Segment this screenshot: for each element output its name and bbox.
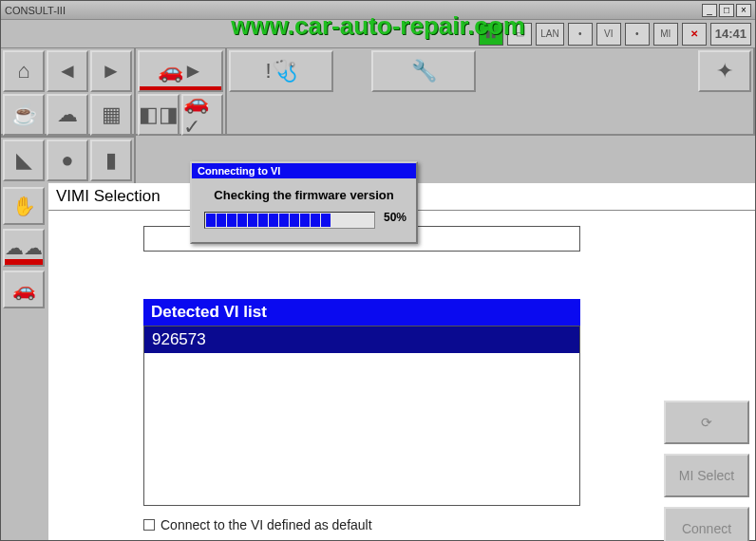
forward-button[interactable]: ► [90,50,132,92]
mi-status: MI [653,23,678,46]
print-button[interactable]: ▦ [90,94,132,136]
coffee-icon[interactable]: ☕ [3,94,45,136]
action-buttons: ⟳ MI Select Connect [664,401,749,541]
dialog-title: Connecting to VI [192,163,416,178]
app-window: CONSULT-III _ □ × ▮▮ ▭ LAN • VI • MI ✕ 1… [0,0,756,541]
clock: 14:41 [710,23,751,46]
progress-row: 50% [201,202,406,233]
group-icon[interactable]: ◧◨ [138,94,180,136]
cloud-icon[interactable]: ☁ [47,94,88,136]
battery-icon: ▭ [507,23,532,46]
toolbar-spacer: !🩺 🔧 [227,48,696,134]
vehicle-select-button[interactable]: 🚗► [138,50,223,92]
cars-icon[interactable]: 🚗 [3,270,45,308]
gloves-icon[interactable]: ✋ [3,187,45,225]
progress-bar [204,212,375,229]
back-button[interactable]: ◄ [47,50,88,92]
lan-status: LAN [536,23,563,46]
default-vi-checkbox-row: Connect to the VI defined as default [143,517,727,532]
default-vi-checkbox[interactable] [143,519,155,531]
refresh-button[interactable]: ⟳ [664,401,749,444]
dialog-message: Checking the firmware version [201,188,406,202]
diagnose-button[interactable]: !🩺 [229,50,333,92]
settings-toolgroup: ✦ [696,48,755,134]
list-item[interactable]: 926573 [144,326,579,353]
disconnect-button[interactable]: ✕ [682,23,707,46]
connection-status-icon: ▮▮ [479,23,503,46]
home-button[interactable]: ⌂ [3,50,45,92]
connect-button[interactable]: Connect [664,507,749,541]
close-button[interactable]: × [736,4,751,17]
net-indicator-icon: • [568,23,593,46]
vi-status: VI [596,23,621,46]
default-vi-label: Connect to the VI defined as default [161,517,372,532]
vi-listbox[interactable]: 926573 [143,326,580,506]
content-body: VIMI: 926573 Detected VI list 926573 Con… [48,211,755,540]
maximize-button[interactable]: □ [719,4,734,17]
settings-button[interactable]: ✦ [698,50,751,92]
progress-dialog: Connecting to VI Checking the firmware v… [190,161,418,244]
record-icon[interactable]: ◣ [3,140,45,181]
window-controls: _ □ × [702,4,751,17]
clouds-icon[interactable]: ☁☁ [3,229,45,267]
circle-icon[interactable]: ● [47,140,88,181]
left-sidebar: ✋ ☁☁ 🚗 [1,183,48,540]
progress-percent: 50% [384,211,406,224]
window-title: CONSULT-III [5,5,702,16]
mi-select-button[interactable]: MI Select [664,454,749,497]
vehicle-toolgroup: 🚗► ◧◨ 🚗✓ [136,48,227,134]
dialog-body: Checking the firmware version 50% [192,178,416,242]
vi-indicator-icon: • [625,23,650,46]
car-check-icon[interactable]: 🚗✓ [181,94,223,136]
nav-toolgroup: ⌂ ◄ ► ☕ ☁ ▦ [1,48,136,134]
titlebar: CONSULT-III _ □ × [1,1,755,20]
minimize-button[interactable]: _ [702,4,717,17]
wrench-button[interactable]: 🔧 [371,50,476,92]
bar-icon[interactable]: ▮ [90,140,132,181]
aux-toolgroup: ◣ ● ▮ [1,136,136,183]
detected-vi-header: Detected VI list [143,299,580,326]
status-bar: ▮▮ ▭ LAN • VI • MI ✕ 14:41 [1,20,755,48]
toolbar: ⌂ ◄ ► ☕ ☁ ▦ 🚗► ◧◨ 🚗✓ !🩺 🔧 ✦ [1,48,755,136]
